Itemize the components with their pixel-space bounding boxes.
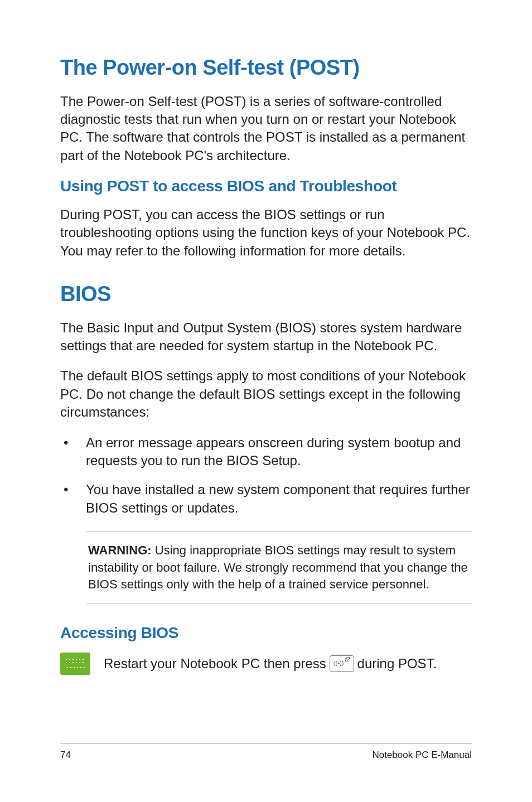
subheading-accessing-bios: Accessing BIOS <box>60 624 472 642</box>
warning-text: WARNING: Using inappropriate BIOS settin… <box>88 542 470 593</box>
keycap-label: f2 <box>345 656 350 663</box>
warning-label: WARNING: <box>88 543 152 557</box>
heading-post: The Power-on Self-test (POST) <box>60 56 472 80</box>
list-item: An error message appears onscreen during… <box>60 434 472 470</box>
paragraph-post-intro: The Power-on Self-test (POST) is a serie… <box>60 93 472 165</box>
bios-circumstances-list: An error message appears onscreen during… <box>60 434 472 518</box>
accessing-bios-text: Restart your Notebook PC then press ((•)… <box>104 655 437 673</box>
paragraph-post-access-body: During POST, you can access the BIOS set… <box>60 206 472 260</box>
paragraph-bios-1: The Basic Input and Output System (BIOS)… <box>60 319 472 355</box>
access-text-pre: Restart your Notebook PC then press <box>104 655 326 673</box>
warning-box: WARNING: Using inappropriate BIOS settin… <box>86 532 472 603</box>
heading-bios: BIOS <box>60 282 472 307</box>
page-footer: 74 Notebook PC E-Manual <box>60 743 472 761</box>
access-text-post: during POST. <box>357 655 437 673</box>
page-number: 74 <box>60 750 71 761</box>
list-item: You have installed a new system componen… <box>60 481 472 517</box>
accessing-bios-row: Restart your Notebook PC then press ((•)… <box>60 653 472 675</box>
paragraph-bios-2: The default BIOS settings apply to most … <box>60 367 472 421</box>
subheading-post-access: Using POST to access BIOS and Troublesho… <box>60 177 472 196</box>
doc-title: Notebook PC E-Manual <box>372 750 472 761</box>
wifi-glyph: ((•)) <box>333 660 344 666</box>
f2-keycap-icon: ((•)) f2 <box>330 655 354 672</box>
keyboard-icon <box>60 653 90 675</box>
